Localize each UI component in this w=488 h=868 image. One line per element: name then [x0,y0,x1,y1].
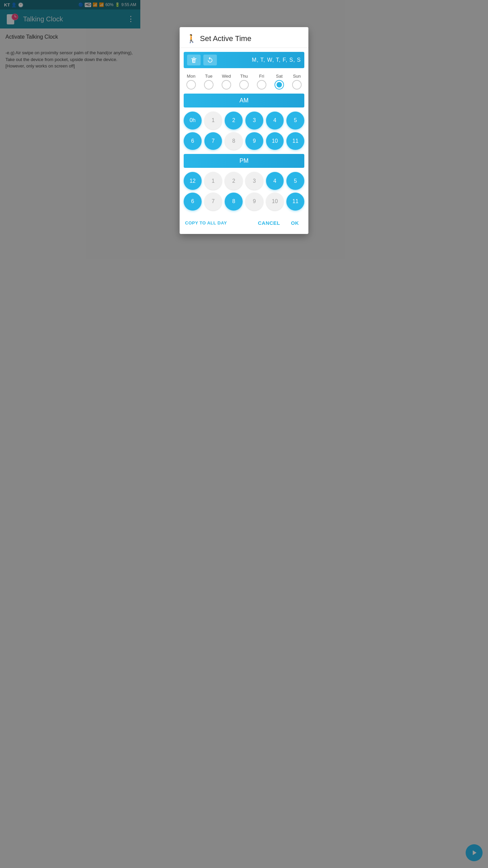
dialog-overlay: 🚶 Set Active Time M, T, W, T, F, S, S Mo… [0,0,140,250]
